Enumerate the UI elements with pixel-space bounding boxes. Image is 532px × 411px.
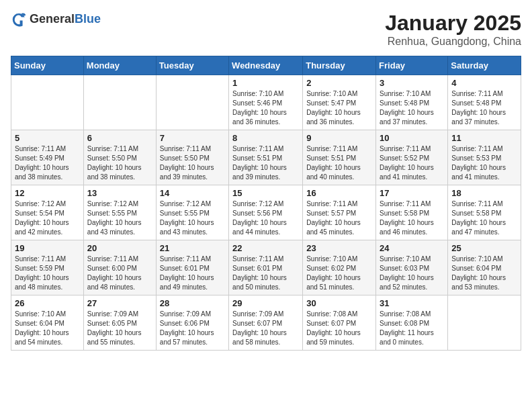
- table-row: 18Sunrise: 7:11 AMSunset: 5:58 PMDayligh…: [448, 185, 521, 240]
- calendar-week-row: 12Sunrise: 7:12 AMSunset: 5:54 PMDayligh…: [11, 185, 521, 240]
- day-info: Sunrise: 7:09 AMSunset: 6:06 PMDaylight:…: [160, 310, 225, 347]
- calendar-week-row: 5Sunrise: 7:11 AMSunset: 5:49 PMDaylight…: [11, 130, 521, 185]
- day-number: 6: [87, 133, 152, 143]
- day-number: 10: [380, 133, 444, 143]
- day-number: 5: [15, 133, 80, 143]
- table-row: [156, 75, 228, 130]
- col-wednesday: Wednesday: [229, 56, 303, 75]
- table-row: 21Sunrise: 7:11 AMSunset: 6:01 PMDayligh…: [156, 240, 228, 295]
- day-info: Sunrise: 7:11 AMSunset: 5:50 PMDaylight:…: [87, 144, 152, 182]
- logo: GeneralBlue: [11, 11, 101, 27]
- table-row: 4Sunrise: 7:11 AMSunset: 5:48 PMDaylight…: [448, 75, 521, 130]
- table-row: 12Sunrise: 7:12 AMSunset: 5:54 PMDayligh…: [11, 185, 84, 240]
- table-row: 22Sunrise: 7:11 AMSunset: 6:01 PMDayligh…: [229, 240, 303, 295]
- table-row: 6Sunrise: 7:11 AMSunset: 5:50 PMDaylight…: [83, 130, 156, 185]
- day-info: Sunrise: 7:10 AMSunset: 6:03 PMDaylight:…: [380, 255, 444, 292]
- day-info: Sunrise: 7:10 AMSunset: 5:46 PMDaylight:…: [232, 89, 299, 127]
- day-number: 19: [15, 243, 80, 253]
- day-info: Sunrise: 7:12 AMSunset: 5:56 PMDaylight:…: [232, 199, 299, 237]
- day-number: 20: [87, 243, 152, 253]
- calendar-week-row: 19Sunrise: 7:11 AMSunset: 5:59 PMDayligh…: [11, 240, 521, 295]
- day-number: 27: [87, 298, 152, 308]
- day-number: 12: [15, 188, 80, 198]
- table-row: 24Sunrise: 7:10 AMSunset: 6:03 PMDayligh…: [376, 240, 448, 295]
- day-info: Sunrise: 7:11 AMSunset: 5:52 PMDaylight:…: [380, 144, 444, 182]
- table-row: 3Sunrise: 7:10 AMSunset: 5:48 PMDaylight…: [376, 75, 448, 130]
- table-row: 11Sunrise: 7:11 AMSunset: 5:53 PMDayligh…: [448, 130, 521, 185]
- day-number: 16: [306, 188, 372, 198]
- day-number: 14: [160, 188, 225, 198]
- table-row: [448, 295, 521, 351]
- col-tuesday: Tuesday: [156, 56, 228, 75]
- table-row: 7Sunrise: 7:11 AMSunset: 5:50 PMDaylight…: [156, 130, 228, 185]
- day-info: Sunrise: 7:11 AMSunset: 6:00 PMDaylight:…: [87, 255, 152, 292]
- day-number: 3: [380, 78, 444, 88]
- day-info: Sunrise: 7:11 AMSunset: 5:59 PMDaylight:…: [15, 255, 80, 292]
- day-info: Sunrise: 7:11 AMSunset: 5:50 PMDaylight:…: [160, 144, 225, 182]
- day-info: Sunrise: 7:11 AMSunset: 6:01 PMDaylight:…: [160, 255, 225, 292]
- table-row: 8Sunrise: 7:11 AMSunset: 5:51 PMDaylight…: [229, 130, 303, 185]
- day-number: 1: [232, 78, 299, 88]
- day-number: 25: [451, 243, 517, 253]
- day-info: Sunrise: 7:08 AMSunset: 6:08 PMDaylight:…: [380, 310, 444, 347]
- location-title: Renhua, Guangdong, China: [385, 36, 521, 48]
- table-row: 5Sunrise: 7:11 AMSunset: 5:49 PMDaylight…: [11, 130, 84, 185]
- col-monday: Monday: [83, 56, 156, 75]
- table-row: 29Sunrise: 7:09 AMSunset: 6:07 PMDayligh…: [229, 295, 303, 351]
- day-info: Sunrise: 7:11 AMSunset: 6:01 PMDaylight:…: [232, 255, 299, 292]
- table-row: 28Sunrise: 7:09 AMSunset: 6:06 PMDayligh…: [156, 295, 228, 351]
- day-info: Sunrise: 7:10 AMSunset: 5:48 PMDaylight:…: [380, 89, 444, 127]
- month-title: January 2025: [385, 11, 521, 36]
- table-row: 27Sunrise: 7:09 AMSunset: 6:05 PMDayligh…: [83, 295, 156, 351]
- calendar-table: Sunday Monday Tuesday Wednesday Thursday…: [11, 56, 521, 351]
- day-number: 13: [87, 188, 152, 198]
- day-number: 22: [232, 243, 299, 253]
- day-number: 18: [451, 188, 517, 198]
- logo-blue: Blue: [75, 12, 101, 26]
- col-saturday: Saturday: [448, 56, 521, 75]
- day-info: Sunrise: 7:11 AMSunset: 5:57 PMDaylight:…: [306, 199, 372, 237]
- calendar-week-row: 26Sunrise: 7:10 AMSunset: 6:04 PMDayligh…: [11, 295, 521, 351]
- calendar-header-row: Sunday Monday Tuesday Wednesday Thursday…: [11, 56, 521, 75]
- day-number: 31: [380, 298, 444, 308]
- day-number: 9: [306, 133, 372, 143]
- table-row: 1Sunrise: 7:10 AMSunset: 5:46 PMDaylight…: [229, 75, 303, 130]
- table-row: 25Sunrise: 7:10 AMSunset: 6:04 PMDayligh…: [448, 240, 521, 295]
- table-row: 30Sunrise: 7:08 AMSunset: 6:07 PMDayligh…: [303, 295, 376, 351]
- table-row: 2Sunrise: 7:10 AMSunset: 5:47 PMDaylight…: [303, 75, 376, 130]
- table-row: [83, 75, 156, 130]
- day-info: Sunrise: 7:10 AMSunset: 6:02 PMDaylight:…: [306, 255, 372, 292]
- table-row: 10Sunrise: 7:11 AMSunset: 5:52 PMDayligh…: [376, 130, 448, 185]
- day-number: 2: [306, 78, 372, 88]
- day-number: 23: [306, 243, 372, 253]
- logo-text: GeneralBlue: [30, 12, 101, 26]
- day-info: Sunrise: 7:10 AMSunset: 6:04 PMDaylight:…: [451, 255, 517, 292]
- table-row: 23Sunrise: 7:10 AMSunset: 6:02 PMDayligh…: [303, 240, 376, 295]
- table-row: 20Sunrise: 7:11 AMSunset: 6:00 PMDayligh…: [83, 240, 156, 295]
- col-thursday: Thursday: [303, 56, 376, 75]
- page-header: GeneralBlue January 2025 Renhua, Guangdo…: [11, 11, 521, 48]
- day-number: 8: [232, 133, 299, 143]
- logo-general: General: [30, 12, 75, 26]
- table-row: 26Sunrise: 7:10 AMSunset: 6:04 PMDayligh…: [11, 295, 84, 351]
- day-info: Sunrise: 7:11 AMSunset: 5:53 PMDaylight:…: [451, 144, 517, 182]
- table-row: 15Sunrise: 7:12 AMSunset: 5:56 PMDayligh…: [229, 185, 303, 240]
- day-number: 24: [380, 243, 444, 253]
- day-info: Sunrise: 7:12 AMSunset: 5:55 PMDaylight:…: [160, 199, 225, 237]
- table-row: 9Sunrise: 7:11 AMSunset: 5:51 PMDaylight…: [303, 130, 376, 185]
- day-info: Sunrise: 7:12 AMSunset: 5:55 PMDaylight:…: [87, 199, 152, 237]
- table-row: 16Sunrise: 7:11 AMSunset: 5:57 PMDayligh…: [303, 185, 376, 240]
- day-info: Sunrise: 7:12 AMSunset: 5:54 PMDaylight:…: [15, 199, 80, 237]
- day-number: 15: [232, 188, 299, 198]
- day-number: 29: [232, 298, 299, 308]
- day-info: Sunrise: 7:11 AMSunset: 5:58 PMDaylight:…: [380, 199, 444, 237]
- day-number: 7: [160, 133, 225, 143]
- table-row: 31Sunrise: 7:08 AMSunset: 6:08 PMDayligh…: [376, 295, 448, 351]
- col-sunday: Sunday: [11, 56, 84, 75]
- day-info: Sunrise: 7:09 AMSunset: 6:07 PMDaylight:…: [232, 310, 299, 347]
- table-row: [11, 75, 84, 130]
- calendar-week-row: 1Sunrise: 7:10 AMSunset: 5:46 PMDaylight…: [11, 75, 521, 130]
- day-info: Sunrise: 7:11 AMSunset: 5:49 PMDaylight:…: [15, 144, 80, 182]
- day-info: Sunrise: 7:10 AMSunset: 5:47 PMDaylight:…: [306, 89, 372, 127]
- col-friday: Friday: [376, 56, 448, 75]
